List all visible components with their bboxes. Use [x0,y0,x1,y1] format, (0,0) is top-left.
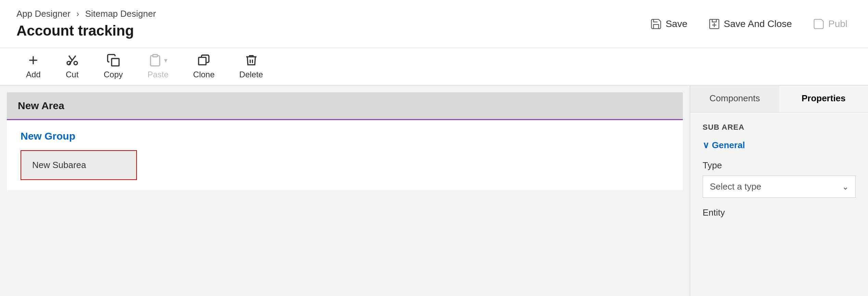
copy-label: Copy [104,70,123,79]
delete-button[interactable]: Delete [227,50,275,83]
main: New Area New Group New Subarea Component… [0,86,868,296]
page-title: Account tracking [16,23,156,39]
entity-field-label: Entity [703,207,856,218]
save-icon [650,18,662,30]
breadcrumb-separator: › [76,9,79,19]
header-left: App Designer › Sitemap Designer Account … [16,9,156,39]
cut-button[interactable]: Cut [53,50,91,83]
panel-tabs: Components Properties [690,86,868,113]
copy-icon [106,53,120,67]
save-and-close-icon [708,18,720,30]
svg-rect-7 [199,57,206,65]
publish-button[interactable]: Publ [808,15,852,33]
tab-components[interactable]: Components [690,86,779,112]
add-icon [26,53,40,67]
type-select-value: Select a type [710,181,761,192]
save-label: Save [666,18,688,29]
delete-label: Delete [239,70,263,79]
group-title[interactable]: New Group [21,130,669,142]
panel-group-toggle[interactable]: ∨ General [703,140,856,151]
area-content: New Group New Subarea [7,120,683,190]
clone-button[interactable]: Clone [181,50,227,83]
clone-label: Clone [193,70,215,79]
paste-inner: ▾ [148,53,167,67]
svg-point-3 [67,61,71,65]
svg-rect-5 [112,59,119,66]
area-block: New Area New Group New Subarea [7,92,683,190]
subarea-item[interactable]: New Subarea [21,150,137,180]
add-button[interactable]: Add [14,50,53,83]
publish-icon [813,18,825,30]
type-field-label: Type [703,160,856,171]
area-header[interactable]: New Area [7,92,683,120]
area-title: New Area [18,100,64,112]
header: App Designer › Sitemap Designer Account … [0,0,868,48]
right-panel: Components Properties SUB AREA ∨ General… [690,86,868,296]
header-right: Save Save And Close Publ [646,15,852,33]
type-select-wrapper: Select a type [703,176,856,198]
breadcrumb: App Designer › Sitemap Designer [16,9,156,19]
toolbar: Add Cut Copy ▾ Paste Clone [0,48,868,86]
paste-dropdown-arrow: ▾ [164,56,167,64]
svg-rect-6 [153,54,158,57]
paste-label: Paste [148,70,168,79]
breadcrumb-parent[interactable]: App Designer [16,9,71,19]
canvas: New Area New Group New Subarea [0,86,690,296]
panel-content: SUB AREA ∨ General Type Select a type En… [690,113,868,228]
chevron-down-icon: ∨ [703,140,709,151]
panel-section-title: SUB AREA [703,123,856,132]
paste-button[interactable]: ▾ Paste [135,50,181,83]
add-label: Add [26,70,41,79]
save-button[interactable]: Save [646,15,692,33]
save-and-close-button[interactable]: Save And Close [704,15,796,33]
clone-icon [197,53,211,67]
type-select[interactable]: Select a type [703,176,856,198]
delete-icon [244,53,258,67]
publish-label: Publ [828,18,847,29]
cut-icon [65,53,79,67]
cut-label: Cut [66,70,78,79]
copy-button[interactable]: Copy [91,50,135,83]
panel-group-label: General [712,140,745,151]
paste-icon [148,53,162,67]
breadcrumb-current[interactable]: Sitemap Designer [85,9,156,19]
svg-point-4 [74,61,77,65]
save-and-close-label: Save And Close [724,18,792,29]
tab-properties[interactable]: Properties [779,86,868,112]
